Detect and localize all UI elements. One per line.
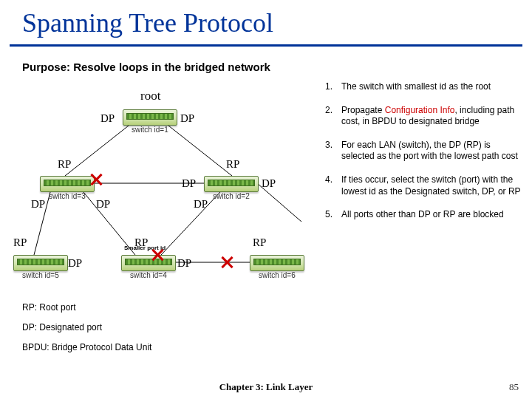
- switch-1-label: switch id=1: [132, 126, 168, 134]
- purpose-text: Purpose: Resolve loops in the bridged ne…: [22, 61, 270, 73]
- switch-3-label: switch id=3: [49, 192, 86, 200]
- dp-label-7: DP: [194, 198, 208, 211]
- switch-5-label: switch id=5: [22, 271, 59, 279]
- highlight-config-info: Configuration Info: [385, 105, 455, 115]
- switch-3: [40, 176, 95, 192]
- step-4: If ties occur, select the switch (port) …: [325, 174, 523, 197]
- rp-label-3: RP: [13, 236, 27, 249]
- page-number: 85: [509, 381, 519, 393]
- dp-label-2: DP: [180, 112, 194, 125]
- dp-label-9: DP: [177, 257, 191, 270]
- svg-line-1: [168, 126, 232, 176]
- dp-label-4: DP: [96, 198, 110, 211]
- step-1: The switch with smallest id as the root: [325, 81, 523, 93]
- blocked-port-icon-3: [220, 256, 233, 269]
- footer-chapter: Chapter 3: Link Layer: [0, 381, 532, 393]
- legend-bpdu: BPDU: Bridge Protocol Data Unit: [22, 339, 151, 356]
- step-2: Propagate Configuration Info, including …: [325, 105, 523, 128]
- step-3: For each LAN (switch), the DP (RP) is se…: [325, 140, 523, 163]
- title-underline: [10, 44, 522, 47]
- switch-5: [13, 255, 68, 271]
- switch-1: [123, 109, 177, 126]
- dp-label-8: DP: [68, 257, 82, 270]
- switch-4: [121, 255, 176, 271]
- svg-line-6: [161, 192, 220, 255]
- switch-6: [250, 255, 304, 271]
- slide: Spanning Tree Protocol Purpose: Resolve …: [0, 0, 532, 399]
- rp-label-2: RP: [226, 158, 239, 171]
- legend-dp: DP: Designated port: [22, 319, 102, 336]
- dp-label-1: DP: [100, 112, 115, 125]
- rp-label-1: RP: [58, 158, 71, 171]
- legend-rp: RP: Root port: [22, 299, 76, 316]
- switch-2-label: switch id=2: [213, 192, 250, 200]
- dp-label-5: DP: [182, 177, 196, 190]
- switch-2: [204, 176, 259, 192]
- svg-line-0: [65, 126, 129, 176]
- step-5: All ports other than DP or RP are blocke…: [325, 209, 523, 221]
- rp-label-5: RP: [253, 236, 266, 249]
- blocked-port-icon-2: [151, 248, 164, 262]
- network-diagram: root switch id=1 DP DP RP switch id=3 DP…: [13, 81, 316, 318]
- slide-title: Spanning Tree Protocol: [22, 7, 273, 38]
- dp-label-6: DP: [262, 177, 276, 190]
- blocked-port-icon-1: [89, 173, 103, 186]
- steps-list: The switch with smallest id as the root …: [325, 81, 523, 233]
- dp-label-3: DP: [31, 198, 45, 211]
- root-label: root: [140, 89, 160, 103]
- switch-6-label: switch id=6: [259, 271, 296, 279]
- switch-4-label: switch id=4: [130, 271, 167, 279]
